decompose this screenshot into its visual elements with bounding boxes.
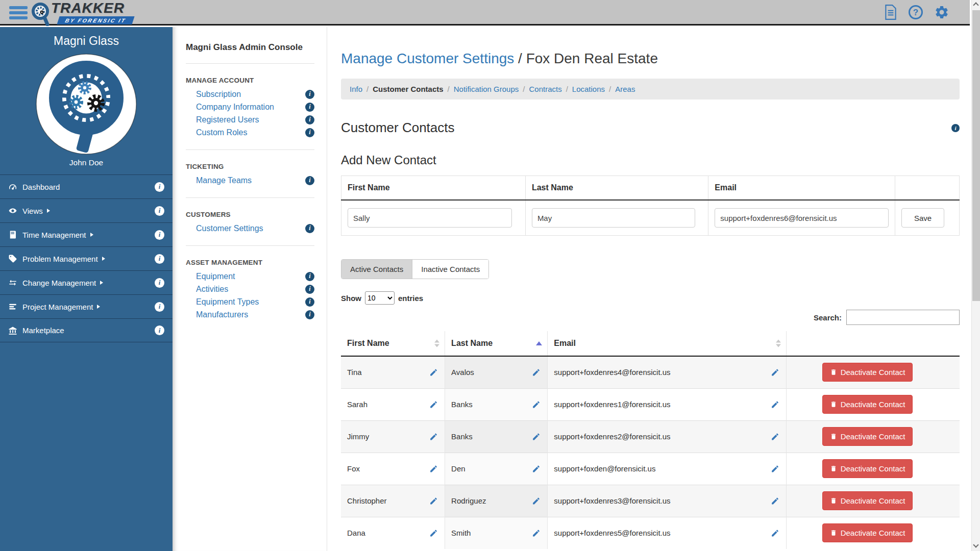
edit-pencil-icon[interactable] (532, 464, 541, 473)
first-name-field[interactable] (348, 208, 512, 228)
contacts-tab-group: Active Contacts Inactive Contacts (341, 259, 489, 279)
scroll-up-arrow-icon[interactable] (973, 2, 978, 8)
column-header-actions (787, 331, 960, 356)
edit-pencil-icon[interactable] (532, 529, 541, 537)
info-icon[interactable]: i (305, 90, 314, 99)
column-header-email[interactable]: Email (548, 331, 787, 356)
sidebar-item-change-management[interactable]: Change Management i (0, 270, 173, 294)
menu-item-equipment-types[interactable]: Equipment Types i (186, 295, 314, 308)
entries-select[interactable]: 10 (365, 291, 395, 305)
save-button[interactable]: Save (901, 208, 944, 228)
edit-pencil-icon[interactable] (771, 464, 779, 473)
deactivate-contact-button[interactable]: Deactivate Contact (822, 427, 913, 446)
help-icon[interactable]: ? (908, 5, 923, 20)
info-icon[interactable]: i (155, 206, 164, 216)
deactivate-contact-button[interactable]: Deactivate Contact (822, 491, 913, 510)
breadcrumb-tab-locations[interactable]: Locations (572, 85, 605, 93)
info-icon[interactable]: i (305, 272, 314, 281)
menu-item-activities[interactable]: Activities i (186, 283, 314, 295)
info-icon[interactable]: i (305, 224, 314, 233)
sidebar-item-marketplace[interactable]: Marketplace i (0, 318, 173, 342)
deactivate-contact-button[interactable]: Deactivate Contact (822, 459, 913, 478)
info-icon[interactable]: i (155, 278, 164, 288)
edit-pencil-icon[interactable] (532, 400, 541, 409)
edit-pencil-icon[interactable] (532, 432, 541, 441)
edit-pencil-icon[interactable] (429, 432, 438, 441)
info-icon[interactable]: i (305, 176, 314, 185)
edit-pencil-icon[interactable] (429, 464, 438, 473)
info-icon[interactable]: i (155, 325, 164, 335)
edit-pencil-icon[interactable] (429, 496, 438, 505)
breadcrumb-tab-info[interactable]: Info (350, 85, 362, 93)
hamburger-menu-icon[interactable] (9, 6, 28, 21)
sidebar-item-problem-management[interactable]: Problem Management i (0, 246, 173, 270)
search-input[interactable] (846, 310, 960, 325)
last-name-field[interactable] (532, 208, 695, 228)
info-icon[interactable]: i (305, 297, 314, 307)
edit-pencil-icon[interactable] (771, 496, 779, 505)
email-cell: support+foxdenres4@forensicit.us (554, 368, 670, 377)
column-label: First Name (347, 339, 389, 347)
sidebar-item-project-management[interactable]: Project Management i (0, 294, 173, 318)
tab-inactive-contacts[interactable]: Inactive Contacts (412, 260, 488, 279)
form-column-first-name: First Name (341, 176, 526, 201)
edit-pencil-icon[interactable] (532, 496, 541, 505)
column-header-first-name[interactable]: First Name (341, 331, 445, 356)
edit-pencil-icon[interactable] (429, 400, 438, 409)
sidebar-item-views[interactable]: Views i (0, 198, 173, 222)
deactivate-contact-button[interactable]: Deactivate Contact (822, 395, 913, 414)
info-icon[interactable]: i (155, 254, 164, 264)
info-icon[interactable]: i (951, 124, 960, 132)
menu-item-equipment[interactable]: Equipment i (186, 270, 314, 283)
menu-item-registered-users[interactable]: Registered Users i (186, 113, 314, 126)
column-header-last-name[interactable]: Last Name (445, 331, 548, 356)
breadcrumb-tab-customer-contacts[interactable]: Customer Contacts (373, 85, 443, 93)
info-icon[interactable]: i (305, 128, 314, 137)
menu-item-customer-settings[interactable]: Customer Settings i (186, 222, 314, 235)
edit-pencil-icon[interactable] (771, 432, 779, 441)
page-title-link[interactable]: Manage Customer Settings (341, 51, 514, 66)
tab-active-contacts[interactable]: Active Contacts (341, 260, 412, 279)
menu-item-label: Company Information (196, 103, 274, 112)
edit-pencil-icon[interactable] (429, 529, 438, 537)
edit-pencil-icon[interactable] (771, 529, 779, 537)
info-icon[interactable]: i (155, 182, 164, 192)
submenu-caret-icon (47, 209, 50, 213)
info-icon[interactable]: i (305, 310, 314, 319)
vertical-scrollbar[interactable] (971, 0, 980, 551)
menu-item-custom-roles[interactable]: Custom Roles i (186, 126, 314, 139)
deactivate-label: Deactivate Contact (841, 400, 905, 409)
info-icon[interactable]: i (155, 302, 164, 312)
menu-item-manage-teams[interactable]: Manage Teams i (186, 174, 314, 187)
breadcrumb-separator: / (448, 85, 450, 93)
menu-item-subscription[interactable]: Subscription i (186, 88, 314, 101)
breadcrumb-tab-areas[interactable]: Areas (615, 85, 635, 93)
scroll-down-arrow-icon[interactable] (973, 542, 978, 547)
menu-item-label: Customer Settings (196, 224, 263, 233)
trash-icon (830, 433, 837, 440)
sidebar-item-time-management[interactable]: Time Management i (0, 222, 173, 246)
email-field[interactable] (715, 208, 889, 228)
edit-pencil-icon[interactable] (771, 368, 779, 377)
info-icon[interactable]: i (305, 285, 314, 294)
menu-item-company-information[interactable]: Company Information i (186, 101, 314, 113)
breadcrumb-tab-notification-groups[interactable]: Notification Groups (454, 85, 519, 93)
info-icon[interactable]: i (155, 230, 164, 240)
scrollbar-thumb[interactable] (972, 10, 980, 301)
settings-gear-icon[interactable] (934, 5, 949, 20)
sidebar-item-dashboard[interactable]: Dashboard i (0, 174, 173, 198)
edit-pencil-icon[interactable] (771, 400, 779, 409)
last-name-cell: Banks (451, 432, 473, 441)
info-icon[interactable]: i (305, 115, 314, 124)
submenu-caret-icon (90, 233, 93, 237)
email-cell: support+foxden@forensicit.us (554, 464, 655, 473)
deactivate-label: Deactivate Contact (841, 368, 905, 377)
breadcrumb-tab-contracts[interactable]: Contracts (529, 85, 561, 93)
info-icon[interactable]: i (305, 103, 314, 112)
deactivate-contact-button[interactable]: Deactivate Contact (822, 363, 913, 382)
edit-pencil-icon[interactable] (532, 368, 541, 377)
document-icon[interactable] (884, 5, 897, 20)
menu-item-manufacturers[interactable]: Manufacturers i (186, 308, 314, 321)
deactivate-contact-button[interactable]: Deactivate Contact (822, 523, 913, 542)
edit-pencil-icon[interactable] (429, 368, 438, 377)
